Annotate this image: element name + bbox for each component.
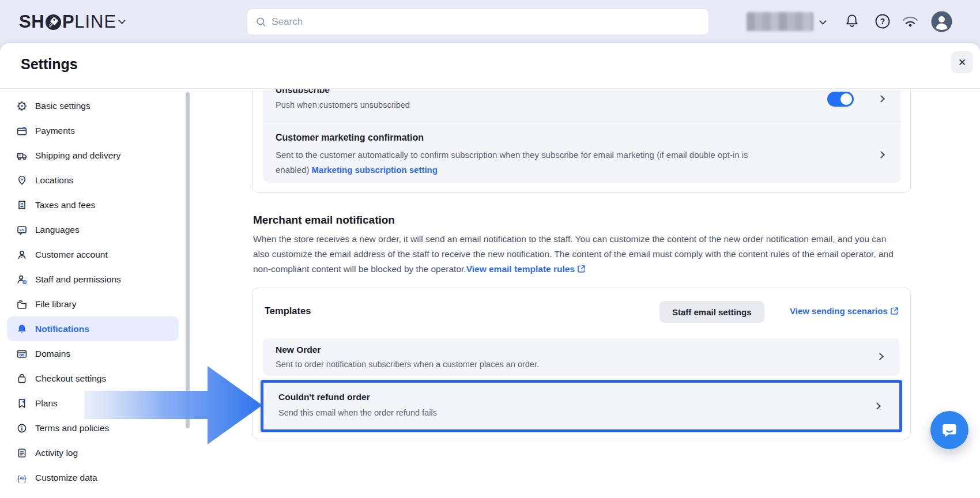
sidebar-scrollbar[interactable] <box>186 92 190 428</box>
row-title: New Order <box>276 345 321 355</box>
templates-card: Templates Staff email settings View send… <box>252 288 911 439</box>
help-icon[interactable]: ? <box>874 13 891 30</box>
logo-text-p: P <box>62 12 74 32</box>
sidebar-item-label: Basic settings <box>35 101 91 111</box>
sidebar-item-label: Languages <box>35 225 80 235</box>
sidebar-item-languages[interactable]: EN Languages <box>7 217 179 242</box>
wifi-icon[interactable] <box>900 14 920 31</box>
chevron-right-icon <box>877 95 885 103</box>
row-title: Customer marketing confirmation <box>276 133 424 143</box>
sidebar-item-label: Plans <box>35 398 58 409</box>
shopping-bag-icon <box>16 373 28 384</box>
section-description: When the store receives a new order, it … <box>253 232 903 277</box>
bell-icon <box>16 323 28 335</box>
row-description: Sent to the customer automatically to co… <box>276 148 763 178</box>
sidebar-item-taxes-and-fees[interactable]: Taxes and fees <box>7 193 179 217</box>
topbar: SH P LINE ? <box>0 0 980 43</box>
sidebar-item-payments[interactable]: Payments <box>7 118 179 143</box>
row-title: Couldn't refund order <box>278 392 370 402</box>
sidebar-item-label: Customize data <box>35 473 97 483</box>
language-bubble-icon: EN <box>16 224 28 236</box>
section-heading: Merchant email notification <box>253 214 395 227</box>
logo-chevron-down-icon[interactable] <box>118 17 126 24</box>
sidebar-item-label: Checkout settings <box>35 373 106 384</box>
page-title: Settings <box>21 56 78 73</box>
sidebar-item-label: Taxes and fees <box>35 200 95 210</box>
sidebar-item-label: Customer account <box>35 250 108 260</box>
browser-infinity-icon <box>16 348 28 360</box>
sidebar-item-file-library[interactable]: File library <box>7 292 179 316</box>
settings-sidebar: Basic settings Payments Shipping and del… <box>7 93 179 490</box>
chevron-right-icon <box>876 353 884 360</box>
sidebar-item-activity-log[interactable]: Activity log <box>7 440 179 465</box>
folder-icon <box>16 299 28 310</box>
templates-title: Templates <box>265 305 311 316</box>
wallet-icon <box>16 125 28 137</box>
chevron-right-icon <box>877 151 885 159</box>
sidebar-item-customize-data[interactable]: {}Aa Customize data <box>7 465 179 490</box>
sidebar-item-shipping-and-delivery[interactable]: Shipping and delivery <box>7 143 179 168</box>
svg-text:EN: EN <box>20 228 25 232</box>
store-name-redacted <box>747 12 813 31</box>
sidebar-item-customer-account[interactable]: Customer account <box>7 242 179 267</box>
logo-text-line: LINE <box>74 12 116 32</box>
user-gear-icon <box>16 274 28 285</box>
row-divider <box>263 121 901 122</box>
sidebar-item-basic-settings[interactable]: Basic settings <box>7 93 179 118</box>
customer-email-card: Unsubscribe Push when customers unsubscr… <box>252 89 911 193</box>
chat-widget-button[interactable] <box>930 411 968 449</box>
settings-modal: Settings ✕ Basic settings Payments Shipp… <box>0 43 980 498</box>
map-pin-icon <box>16 175 28 186</box>
sidebar-item-terms-and-policies[interactable]: Terms and policies <box>7 416 179 440</box>
svg-text:Aa: Aa <box>20 476 25 480</box>
logo-text-sh: SH <box>19 12 44 32</box>
sidebar-item-label: Staff and permissions <box>35 274 121 285</box>
sidebar-item-locations[interactable]: Locations <box>7 168 179 193</box>
tag-icon <box>45 14 62 31</box>
bookmark-plus-icon <box>16 398 28 409</box>
chevron-right-icon <box>873 402 881 410</box>
view-sending-scenarios[interactable]: View sending scenarios <box>790 306 899 316</box>
sidebar-item-label: Locations <box>35 175 73 186</box>
sidebar-item-label: Activity log <box>35 448 78 458</box>
sidebar-item-plans[interactable]: Plans <box>7 391 179 416</box>
document-icon <box>16 447 28 459</box>
truck-icon <box>16 150 28 161</box>
row-subtitle: Push when customers unsubscribed <box>276 100 410 110</box>
receipt-icon <box>16 199 28 211</box>
avatar-icon[interactable] <box>931 11 952 32</box>
user-icon <box>16 249 28 261</box>
chat-bubble-icon <box>940 420 959 440</box>
template-row-new-order[interactable]: New Order Sent to order notification sub… <box>263 338 900 376</box>
row-subtitle: Send this email when the order refund fa… <box>278 408 437 417</box>
info-circle-icon <box>16 422 28 434</box>
svg-text:?: ? <box>880 17 885 26</box>
store-chevron-down-icon[interactable] <box>819 17 827 25</box>
email-template-rules-link[interactable]: View email template rules <box>466 264 575 274</box>
row-subtitle: Sent to order notification subscribers w… <box>276 360 539 369</box>
sidebar-item-label: Shipping and delivery <box>35 150 120 161</box>
shopline-logo[interactable]: SH P LINE <box>19 10 116 34</box>
view-sending-scenarios-link[interactable]: View sending scenarios <box>790 306 888 316</box>
external-link-icon <box>577 265 586 273</box>
external-link-icon <box>890 307 899 315</box>
bell-icon[interactable] <box>844 13 860 30</box>
sidebar-item-domains[interactable]: Domains <box>7 341 179 366</box>
sidebar-item-checkout-settings[interactable]: Checkout settings <box>7 366 179 391</box>
customer-email-rows: Unsubscribe Push when customers unsubscr… <box>263 89 901 183</box>
search-bar[interactable] <box>247 9 709 35</box>
marketing-subscription-link[interactable]: Marketing subscription setting <box>312 165 438 175</box>
sidebar-item-label: Payments <box>35 126 75 136</box>
settings-content: Unsubscribe Push when customers unsubscr… <box>242 89 980 498</box>
sidebar-item-notifications[interactable]: Notifications <box>7 316 179 341</box>
close-icon[interactable]: ✕ <box>951 51 973 73</box>
sidebar-item-label: File library <box>35 299 76 310</box>
staff-email-settings-button[interactable]: Staff email settings <box>659 301 764 323</box>
search-icon <box>255 16 266 28</box>
template-row-couldnt-refund-order[interactable]: Couldn't refund order Send this email wh… <box>261 380 902 432</box>
sidebar-item-staff-and-permissions[interactable]: Staff and permissions <box>7 267 179 292</box>
search-input[interactable] <box>272 16 700 28</box>
sidebar-item-label: Domains <box>35 349 70 359</box>
row-title: Unsubscribe <box>276 89 330 95</box>
unsubscribe-toggle[interactable] <box>827 92 854 107</box>
